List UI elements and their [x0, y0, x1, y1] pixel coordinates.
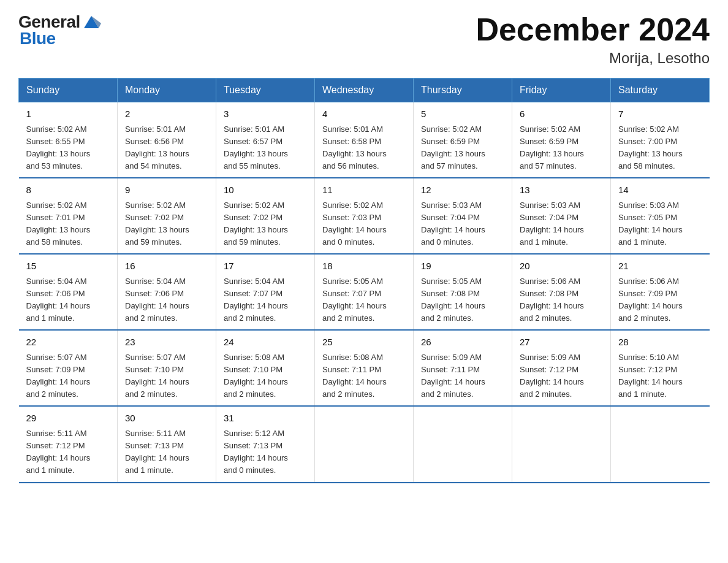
day-number: 29	[26, 412, 110, 426]
day-number: 22	[26, 335, 110, 350]
calendar-cell: 2Sunrise: 5:01 AM Sunset: 6:56 PM Daylig…	[118, 102, 216, 178]
day-header-tuesday: Tuesday	[216, 79, 315, 102]
calendar-cell: 13Sunrise: 5:03 AM Sunset: 7:04 PM Dayli…	[512, 178, 611, 254]
page-title: December 2024	[476, 12, 710, 47]
day-info: Sunrise: 5:03 AM Sunset: 7:04 PM Dayligh…	[421, 199, 504, 249]
calendar-cell: 4Sunrise: 5:01 AM Sunset: 6:58 PM Daylig…	[315, 102, 414, 178]
day-number: 19	[421, 259, 504, 274]
day-number: 26	[421, 335, 504, 350]
day-info: Sunrise: 5:02 AM Sunset: 7:01 PM Dayligh…	[26, 199, 110, 249]
logo-blue-text: Blue	[20, 29, 56, 48]
day-number: 6	[520, 107, 603, 121]
calendar-cell: 25Sunrise: 5:08 AM Sunset: 7:11 PM Dayli…	[315, 330, 414, 406]
day-number: 11	[322, 183, 406, 197]
calendar-cell	[414, 406, 512, 482]
day-info: Sunrise: 5:02 AM Sunset: 7:02 PM Dayligh…	[224, 199, 307, 249]
day-number: 5	[421, 107, 504, 121]
calendar-cell: 28Sunrise: 5:10 AM Sunset: 7:12 PM Dayli…	[611, 330, 710, 406]
title-area: December 2024 Morija, Lesotho	[476, 12, 710, 67]
day-info: Sunrise: 5:02 AM Sunset: 6:59 PM Dayligh…	[520, 123, 603, 173]
day-info: Sunrise: 5:02 AM Sunset: 6:59 PM Dayligh…	[421, 123, 504, 173]
day-info: Sunrise: 5:03 AM Sunset: 7:05 PM Dayligh…	[618, 199, 702, 249]
day-number: 12	[421, 183, 504, 197]
day-info: Sunrise: 5:09 AM Sunset: 7:11 PM Dayligh…	[421, 351, 504, 401]
calendar-cell: 8Sunrise: 5:02 AM Sunset: 7:01 PM Daylig…	[19, 178, 118, 254]
day-info: Sunrise: 5:12 AM Sunset: 7:13 PM Dayligh…	[224, 427, 307, 477]
calendar-cell	[611, 406, 710, 482]
day-info: Sunrise: 5:06 AM Sunset: 7:09 PM Dayligh…	[618, 275, 702, 325]
day-header-saturday: Saturday	[611, 79, 710, 102]
day-info: Sunrise: 5:02 AM Sunset: 7:02 PM Dayligh…	[125, 199, 208, 249]
calendar-cell: 21Sunrise: 5:06 AM Sunset: 7:09 PM Dayli…	[611, 254, 710, 330]
day-number: 30	[125, 412, 208, 426]
day-number: 25	[322, 335, 406, 350]
day-number: 4	[322, 107, 406, 121]
day-number: 27	[520, 335, 603, 350]
day-info: Sunrise: 5:04 AM Sunset: 7:06 PM Dayligh…	[125, 275, 208, 325]
calendar-cell: 20Sunrise: 5:06 AM Sunset: 7:08 PM Dayli…	[512, 254, 611, 330]
calendar-cell	[315, 406, 414, 482]
day-number: 16	[125, 259, 208, 274]
calendar-cell: 19Sunrise: 5:05 AM Sunset: 7:08 PM Dayli…	[414, 254, 512, 330]
day-number: 20	[520, 259, 603, 274]
day-number: 18	[322, 259, 406, 274]
week-row-1: 1Sunrise: 5:02 AM Sunset: 6:55 PM Daylig…	[19, 102, 710, 178]
day-info: Sunrise: 5:01 AM Sunset: 6:57 PM Dayligh…	[224, 123, 307, 173]
calendar-cell: 23Sunrise: 5:07 AM Sunset: 7:10 PM Dayli…	[118, 330, 216, 406]
calendar-cell: 12Sunrise: 5:03 AM Sunset: 7:04 PM Dayli…	[414, 178, 512, 254]
day-header-wednesday: Wednesday	[315, 79, 414, 102]
day-info: Sunrise: 5:11 AM Sunset: 7:13 PM Dayligh…	[125, 427, 208, 477]
day-info: Sunrise: 5:05 AM Sunset: 7:08 PM Dayligh…	[421, 275, 504, 325]
day-number: 3	[224, 107, 307, 121]
day-info: Sunrise: 5:05 AM Sunset: 7:07 PM Dayligh…	[322, 275, 406, 325]
day-info: Sunrise: 5:04 AM Sunset: 7:07 PM Dayligh…	[224, 275, 307, 325]
day-number: 2	[125, 107, 208, 121]
day-info: Sunrise: 5:02 AM Sunset: 7:03 PM Dayligh…	[322, 199, 406, 249]
calendar-cell: 29Sunrise: 5:11 AM Sunset: 7:12 PM Dayli…	[19, 406, 118, 482]
day-number: 7	[618, 107, 702, 121]
week-row-3: 15Sunrise: 5:04 AM Sunset: 7:06 PM Dayli…	[19, 254, 710, 330]
page-subtitle: Morija, Lesotho	[476, 50, 710, 67]
day-number: 14	[618, 183, 702, 197]
calendar-cell: 17Sunrise: 5:04 AM Sunset: 7:07 PM Dayli…	[216, 254, 315, 330]
calendar-cell: 14Sunrise: 5:03 AM Sunset: 7:05 PM Dayli…	[611, 178, 710, 254]
calendar-cell: 7Sunrise: 5:02 AM Sunset: 7:00 PM Daylig…	[611, 102, 710, 178]
day-info: Sunrise: 5:04 AM Sunset: 7:06 PM Dayligh…	[26, 275, 110, 325]
day-number: 24	[224, 335, 307, 350]
day-number: 23	[125, 335, 208, 350]
day-info: Sunrise: 5:07 AM Sunset: 7:09 PM Dayligh…	[26, 351, 110, 401]
day-number: 1	[26, 107, 110, 121]
week-row-2: 8Sunrise: 5:02 AM Sunset: 7:01 PM Daylig…	[19, 178, 710, 254]
calendar-cell: 10Sunrise: 5:02 AM Sunset: 7:02 PM Dayli…	[216, 178, 315, 254]
day-info: Sunrise: 5:06 AM Sunset: 7:08 PM Dayligh…	[520, 275, 603, 325]
day-number: 13	[520, 183, 603, 197]
header-row: SundayMondayTuesdayWednesdayThursdayFrid…	[19, 79, 710, 102]
day-number: 31	[224, 412, 307, 426]
day-info: Sunrise: 5:08 AM Sunset: 7:11 PM Dayligh…	[322, 351, 406, 401]
calendar-cell: 22Sunrise: 5:07 AM Sunset: 7:09 PM Dayli…	[19, 330, 118, 406]
day-number: 8	[26, 183, 110, 197]
day-number: 21	[618, 259, 702, 274]
page-header: General Blue December 2024 Morija, Lesot…	[18, 12, 710, 67]
logo-icon	[82, 11, 101, 31]
calendar-cell: 9Sunrise: 5:02 AM Sunset: 7:02 PM Daylig…	[118, 178, 216, 254]
day-info: Sunrise: 5:09 AM Sunset: 7:12 PM Dayligh…	[520, 351, 603, 401]
calendar-cell: 16Sunrise: 5:04 AM Sunset: 7:06 PM Dayli…	[118, 254, 216, 330]
day-header-monday: Monday	[118, 79, 216, 102]
calendar-cell: 6Sunrise: 5:02 AM Sunset: 6:59 PM Daylig…	[512, 102, 611, 178]
calendar-cell: 1Sunrise: 5:02 AM Sunset: 6:55 PM Daylig…	[19, 102, 118, 178]
day-number: 17	[224, 259, 307, 274]
calendar-table: SundayMondayTuesdayWednesdayThursdayFrid…	[18, 78, 710, 483]
calendar-header: SundayMondayTuesdayWednesdayThursdayFrid…	[19, 79, 710, 102]
day-info: Sunrise: 5:02 AM Sunset: 6:55 PM Dayligh…	[26, 123, 110, 173]
week-row-5: 29Sunrise: 5:11 AM Sunset: 7:12 PM Dayli…	[19, 406, 710, 482]
calendar-cell: 31Sunrise: 5:12 AM Sunset: 7:13 PM Dayli…	[216, 406, 315, 482]
day-info: Sunrise: 5:10 AM Sunset: 7:12 PM Dayligh…	[618, 351, 702, 401]
calendar-cell: 24Sunrise: 5:08 AM Sunset: 7:10 PM Dayli…	[216, 330, 315, 406]
week-row-4: 22Sunrise: 5:07 AM Sunset: 7:09 PM Dayli…	[19, 330, 710, 406]
day-number: 28	[618, 335, 702, 350]
calendar-cell	[512, 406, 611, 482]
calendar-body: 1Sunrise: 5:02 AM Sunset: 6:55 PM Daylig…	[19, 102, 710, 483]
day-header-thursday: Thursday	[414, 79, 512, 102]
day-info: Sunrise: 5:01 AM Sunset: 6:58 PM Dayligh…	[322, 123, 406, 173]
